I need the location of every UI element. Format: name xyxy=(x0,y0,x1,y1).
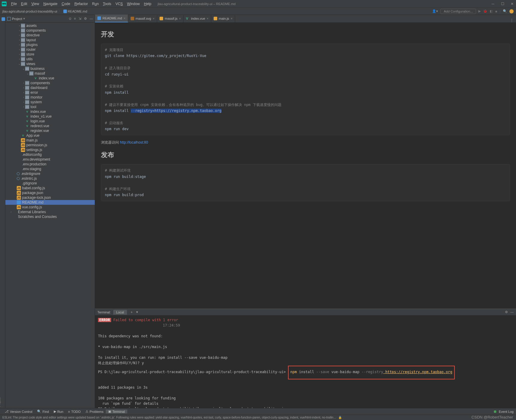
tree-row[interactable]: JSsettings.js xyxy=(5,147,95,152)
tree-row[interactable]: ›dashboard xyxy=(5,85,95,90)
menu-edit[interactable]: Edit xyxy=(19,1,29,7)
tree-row[interactable]: ›components xyxy=(5,81,95,85)
terminal-tab-local[interactable]: Local xyxy=(113,310,127,315)
maximize-icon[interactable]: ☐ xyxy=(500,2,505,6)
lock-icon[interactable]: 🔒 xyxy=(338,416,342,419)
menu-refactor[interactable]: Refactor xyxy=(72,1,90,7)
editor-tab[interactable]: massif.svg× xyxy=(128,15,157,22)
tree-row[interactable]: ›router xyxy=(5,47,95,52)
tree-row[interactable]: ⌄business xyxy=(5,66,95,71)
collapse-all-icon[interactable]: ⇲ xyxy=(79,17,81,21)
select-opened-file-icon[interactable]: ⊙ xyxy=(69,17,71,21)
tree-row[interactable]: ⌄views xyxy=(5,61,95,66)
tree-row[interactable]: JSpackage-lock.json xyxy=(5,195,95,200)
stop-icon[interactable]: ■ xyxy=(495,10,497,13)
tree-arrow-icon[interactable]: › xyxy=(10,210,13,213)
tree-arrow-icon[interactable]: › xyxy=(18,48,21,51)
menu-view[interactable]: View xyxy=(29,1,41,7)
tool-event-log[interactable]: Event Log xyxy=(499,410,514,413)
tab-close-icon[interactable]: × xyxy=(153,17,154,20)
hide-icon[interactable]: — xyxy=(90,17,93,21)
tree-arrow-icon[interactable]: › xyxy=(18,58,21,61)
tree-row[interactable]: Vlogin.vue xyxy=(5,119,95,124)
tab-close-icon[interactable]: × xyxy=(231,17,232,20)
add-configuration-button[interactable]: Add Configuration... xyxy=(440,9,476,14)
tree-arrow-icon[interactable]: ⌄ xyxy=(18,62,21,65)
tree-row[interactable]: ›directive xyxy=(5,33,95,38)
tree-arrow-icon[interactable]: › xyxy=(22,105,25,108)
tree-row[interactable]: .editorconfig xyxy=(5,152,95,157)
search-icon[interactable]: 🔍 xyxy=(503,9,507,13)
menu-vcs[interactable]: VCS xyxy=(113,1,125,7)
tree-row[interactable]: ›components xyxy=(5,28,95,33)
debug-icon[interactable]: 🐞 xyxy=(483,9,487,13)
tree-row[interactable]: JSbabel.config.js xyxy=(5,186,95,190)
new-terminal-icon[interactable]: ＋ xyxy=(130,310,133,314)
tree-row[interactable]: Vindex.vue xyxy=(5,76,95,81)
project-tool-icon[interactable] xyxy=(1,17,5,21)
tree-row[interactable]: ›tool xyxy=(5,104,95,109)
tree-arrow-icon[interactable]: › xyxy=(22,96,25,99)
tree-row[interactable]: .env.production xyxy=(5,162,95,167)
project-header-label[interactable]: Project xyxy=(12,17,22,21)
tree-row[interactable]: README.md xyxy=(5,200,95,205)
tree-row[interactable]: ›layout xyxy=(5,38,95,42)
tree-row[interactable]: JSpermission.js xyxy=(5,143,95,147)
tree-arrow-icon[interactable]: › xyxy=(18,34,21,37)
tree-arrow-icon[interactable]: › xyxy=(22,91,25,94)
project-tree[interactable]: ›assets›components›directive›layout›plug… xyxy=(5,23,95,408)
tree-row[interactable]: ›External Libraries xyxy=(5,210,95,214)
tree-row[interactable]: Scratches and Consoles xyxy=(5,214,95,219)
tree-arrow-icon[interactable]: › xyxy=(18,53,21,56)
tree-row[interactable]: ›store xyxy=(5,52,95,57)
tree-row[interactable]: .env.staging xyxy=(5,167,95,171)
terminal-body[interactable]: ERROR Failed to compile with 1 error 17:… xyxy=(95,316,516,408)
tree-row[interactable]: ›plugins xyxy=(5,42,95,47)
close-icon[interactable]: ✕ xyxy=(510,2,514,6)
tool-version-control[interactable]: ⎇Version Control xyxy=(2,410,35,413)
editor-tab[interactable]: massif.js× xyxy=(157,15,183,22)
menu-window[interactable]: Window xyxy=(125,1,142,7)
terminal-settings-icon[interactable]: ⚙ xyxy=(505,310,508,314)
tree-row[interactable]: Vindex.vue xyxy=(5,109,95,114)
tree-arrow-icon[interactable]: › xyxy=(18,29,21,32)
minimize-icon[interactable]: ─ xyxy=(491,2,495,6)
editor-tab[interactable]: Vindex.vue× xyxy=(183,15,211,22)
menu-help[interactable]: Help xyxy=(142,1,154,7)
tree-row[interactable]: ›utils xyxy=(5,57,95,61)
tree-row[interactable]: ⌄massif xyxy=(5,71,95,76)
tree-arrow-icon[interactable]: ⌄ xyxy=(26,72,29,75)
expand-all-icon[interactable]: ≡ xyxy=(74,17,76,21)
chevron-down-icon[interactable]: ▾ xyxy=(23,17,25,21)
tree-row[interactable]: .gitignore xyxy=(5,181,95,186)
breadcrumb-file[interactable]: README.md xyxy=(68,10,87,13)
tree-row[interactable]: Vredirect.vue xyxy=(5,124,95,128)
tree-arrow-icon[interactable]: › xyxy=(18,24,21,27)
tree-row[interactable]: .env.development xyxy=(5,157,95,162)
run-icon[interactable]: ▶ xyxy=(478,9,481,13)
tool-problems[interactable]: ⚠Problems xyxy=(83,410,106,413)
tab-more-icon[interactable]: ⋮ xyxy=(508,18,516,22)
tree-row[interactable]: Vindex_v1.vue xyxy=(5,114,95,119)
tree-row[interactable]: ›system xyxy=(5,100,95,104)
tree-arrow-icon[interactable]: › xyxy=(22,101,25,104)
tree-row[interactable]: VApp.vue xyxy=(5,133,95,138)
editor-tab[interactable]: main.js× xyxy=(211,15,235,22)
tree-row[interactable]: JSmain.js xyxy=(5,138,95,143)
user-icon[interactable]: 👤▾ xyxy=(432,9,438,13)
tree-arrow-icon[interactable]: › xyxy=(18,43,21,46)
tree-row[interactable]: ›assets xyxy=(5,23,95,28)
tree-arrow-icon[interactable]: › xyxy=(22,81,25,84)
tab-close-icon[interactable]: × xyxy=(123,16,125,20)
settings-icon[interactable]: ⚙ xyxy=(84,17,87,21)
tree-row[interactable]: .eslintignore xyxy=(5,171,95,176)
coverage-icon[interactable]: ◧ xyxy=(490,9,493,13)
menu-tools[interactable]: Tools xyxy=(101,1,113,7)
tool-run[interactable]: ▶Run xyxy=(51,410,66,413)
tree-row[interactable]: .eslintrc.js xyxy=(5,176,95,181)
tab-close-icon[interactable]: × xyxy=(207,17,209,20)
tree-arrow-icon[interactable]: › xyxy=(22,86,25,89)
breadcrumb-root[interactable]: jlau-agricultural-product-traceability-u… xyxy=(2,10,57,13)
editor-tab[interactable]: README.md× xyxy=(95,15,128,22)
localhost-link[interactable]: http://localhost:80 xyxy=(120,140,148,144)
